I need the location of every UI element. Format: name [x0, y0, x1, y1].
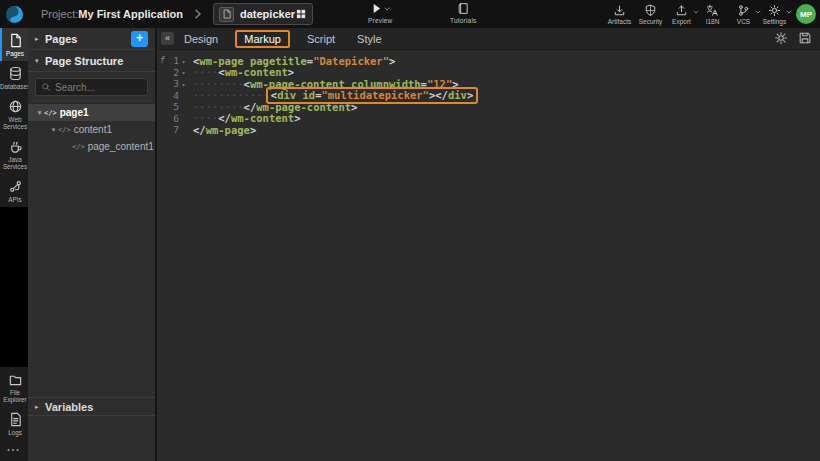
export-label: Export	[672, 18, 691, 25]
variables-section-header[interactable]: Variables	[28, 397, 155, 416]
expand-triangle-icon[interactable]	[49, 126, 58, 134]
page-structure-tree: page1 content1 page_content1	[28, 104, 155, 155]
fold-arrow-icon[interactable]: ▾	[179, 80, 188, 88]
rail-item-databases[interactable]: Databases	[0, 61, 28, 94]
grid-icon[interactable]	[295, 8, 307, 20]
chevron-down-icon[interactable]	[383, 5, 391, 13]
editor-settings-gear-icon[interactable]	[774, 31, 788, 45]
artifacts-label: Artifacts	[608, 18, 631, 25]
logs-icon	[8, 412, 23, 427]
code-line[interactable]: f1▾<wm-page pagetitle="Datepicker">	[159, 55, 820, 67]
settings-gear-icon	[768, 4, 781, 17]
rail-label: Java Services	[2, 156, 28, 170]
project-breadcrumb: Project:My First Application	[41, 8, 183, 20]
file-explorer-icon	[8, 372, 23, 387]
collapse-triangle-icon[interactable]	[35, 35, 45, 43]
code-area[interactable]: f1▾<wm-page pagetitle="Datepicker">2▾···…	[159, 50, 820, 136]
code-line[interactable]: 5········</wm-page-content>	[159, 101, 820, 113]
play-icon	[370, 2, 383, 15]
rail-item-file-explorer[interactable]: File Explorer	[0, 367, 28, 407]
code-icon	[44, 109, 57, 117]
tree-item-page1[interactable]: page1	[28, 104, 155, 121]
security-button[interactable]: Security	[635, 3, 666, 26]
tree-item-page-content1[interactable]: page_content1	[28, 138, 155, 155]
save-icon[interactable]	[798, 31, 812, 45]
search-icon	[41, 82, 51, 92]
i18n-button[interactable]: I18N	[697, 3, 728, 26]
expand-triangle-icon[interactable]	[35, 57, 45, 65]
rail-item-logs[interactable]: Logs	[0, 407, 28, 440]
settings-button[interactable]: Settings	[759, 3, 790, 26]
code-line[interactable]: 2▾····<wm-content>	[159, 67, 820, 79]
fold-spacer	[179, 129, 188, 130]
export-upload-icon	[675, 4, 688, 17]
project-label: Project:	[41, 8, 78, 20]
pages-panel: Pages Page Structure Search... page1 con…	[28, 28, 157, 461]
code-line[interactable]: 7</wm-page>	[159, 124, 820, 136]
rail-label: Logs	[8, 429, 22, 436]
code-text: ····</wm-content>	[193, 112, 301, 124]
tree-item-label: page1	[60, 107, 89, 118]
rail-label: Databases	[0, 83, 30, 90]
tutorials-button[interactable]: Tutorials	[450, 2, 476, 24]
line-number: 7	[166, 124, 179, 135]
vcs-button[interactable]: VCS	[728, 3, 759, 26]
line-number: 4	[166, 90, 179, 101]
code-text: <wm-page pagetitle="Datepicker">	[193, 55, 395, 67]
tree-item-label: page_content1	[88, 141, 154, 152]
gutter: 6	[159, 113, 193, 124]
search-container: Search...	[28, 72, 155, 104]
code-icon	[58, 126, 71, 134]
code-line[interactable]: 4············<div id="multidatepicker"><…	[159, 90, 820, 102]
collapse-triangle-icon[interactable]	[35, 403, 45, 411]
collapse-panel-icon[interactable]	[161, 32, 174, 45]
pages-section-header[interactable]: Pages	[28, 28, 155, 50]
fold-arrow-icon[interactable]: ▾	[179, 68, 188, 76]
security-shield-icon	[644, 4, 657, 17]
left-rail: Pages Databases Web Services Java Servic…	[0, 28, 28, 461]
rail-item-apis[interactable]: APIs	[0, 174, 28, 207]
apis-icon	[8, 179, 23, 194]
tree-item-content1[interactable]: content1	[28, 121, 155, 138]
tab-design[interactable]: Design	[173, 33, 229, 45]
pages-section-title: Pages	[45, 33, 131, 45]
rail-item-web-services[interactable]: Web Services	[0, 94, 28, 134]
i18n-translate-icon	[706, 4, 719, 17]
user-avatar[interactable]: MP	[796, 4, 816, 24]
tutorials-book-icon	[457, 2, 470, 15]
wavemaker-logo-icon[interactable]	[0, 0, 28, 28]
gutter: 5	[159, 101, 193, 112]
rail-item-java-services[interactable]: Java Services	[0, 134, 28, 174]
tutorials-label: Tutorials	[450, 17, 476, 24]
fold-arrow-icon[interactable]: ▾	[179, 57, 188, 65]
java-services-icon	[8, 139, 23, 154]
add-page-button[interactable]	[131, 31, 148, 47]
search-input[interactable]: Search...	[35, 78, 148, 96]
artifacts-download-icon	[613, 4, 626, 17]
markup-editor: Design Markup Script Style f1▾<wm-page p…	[159, 28, 820, 461]
code-line[interactable]: 6····</wm-content>	[159, 113, 820, 125]
preview-button[interactable]: Preview	[368, 2, 393, 24]
export-button[interactable]: Export	[666, 3, 697, 26]
fold-spacer	[179, 95, 188, 96]
top-bar: Project:My First Application datepicker …	[0, 0, 820, 28]
fold-spacer	[179, 118, 188, 119]
page-structure-header[interactable]: Page Structure	[28, 50, 155, 72]
preview-label: Preview	[368, 17, 393, 24]
breadcrumb-chevron-icon	[193, 8, 203, 20]
page-tab-datepicker[interactable]: datepicker	[213, 3, 313, 25]
line-number: 3	[166, 78, 179, 89]
tab-style[interactable]: Style	[346, 33, 392, 45]
rail-bottom-group: File Explorer Logs •••	[0, 367, 28, 461]
rail-item-pages[interactable]: Pages	[0, 28, 28, 61]
expand-triangle-icon[interactable]	[35, 109, 44, 117]
tab-script[interactable]: Script	[296, 33, 346, 45]
i18n-label: I18N	[706, 18, 720, 25]
artifacts-button[interactable]: Artifacts	[604, 3, 635, 26]
chevron-down-icon[interactable]	[785, 8, 793, 16]
tab-markup[interactable]: Markup	[235, 30, 290, 48]
more-options-icon[interactable]: •••	[0, 440, 28, 461]
settings-label: Settings	[763, 18, 787, 25]
code-text: ····<wm-content>	[193, 66, 294, 78]
code-icon	[72, 143, 85, 151]
